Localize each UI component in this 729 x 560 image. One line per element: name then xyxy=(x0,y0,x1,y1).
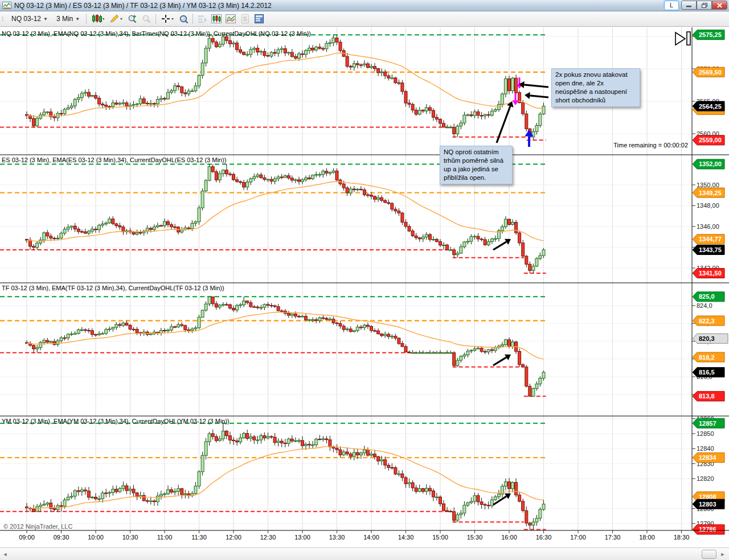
price-badge-label: 1341,50 xyxy=(699,270,722,277)
price-badge-label: 12834 xyxy=(699,454,716,461)
axis-tick-label: 12820 xyxy=(697,475,714,482)
axis-tick-label: 12850 xyxy=(697,430,714,437)
horizontal-scrollbar[interactable]: ◄ ► xyxy=(0,547,729,560)
price-badge-label: 12857 xyxy=(699,420,716,427)
time-label: 15:00 xyxy=(432,534,448,541)
ema-line xyxy=(27,53,544,116)
crosshair-icon xyxy=(161,14,174,23)
annotation-note[interactable]: 2x pokus znovu atakovat open dne, ale 2x… xyxy=(551,68,640,107)
time-label: 17:30 xyxy=(605,534,621,541)
chart-style-icon xyxy=(92,14,104,23)
price-badge-label: 813,8 xyxy=(699,393,715,400)
bar-timer-text: Time remaining = 00:00:02 xyxy=(613,142,688,149)
pencil-icon xyxy=(110,14,122,23)
axis-tick-label: 1346,00 xyxy=(697,223,719,230)
instrument-label: NQ 03-12 xyxy=(11,15,41,23)
minimize-button[interactable] xyxy=(681,1,697,10)
toolbar-grip-icon[interactable]: ⁞ xyxy=(2,17,5,21)
axis-tick-label: 1350,00 xyxy=(697,182,719,188)
price-badge-label: 1344,77 xyxy=(699,236,722,242)
panel-indicator-label: TF 03-12 (3 Min), EMA(TF 03-12 (3 Min),3… xyxy=(2,285,224,291)
instrument-selector[interactable]: NQ 03-12 ▼ xyxy=(7,13,52,25)
window-title: NQ 03-12 (3 Min) / ES 03-12 (3 Min) / TF… xyxy=(14,2,272,10)
properties-panel-icon xyxy=(255,14,264,23)
candlestick-series xyxy=(26,423,546,530)
period-selector[interactable]: 3 Min ▼ xyxy=(52,13,84,25)
chevron-down-icon: ▼ xyxy=(43,17,48,22)
indicator-chart-icon xyxy=(226,14,236,23)
indicator-panel-button[interactable] xyxy=(224,13,237,25)
price-badge-label: 2564,25 xyxy=(699,103,722,110)
time-label: 14:30 xyxy=(398,534,414,541)
title-bar: NQ 03-12 (3 Min) / ES 03-12 (3 Min) / TF… xyxy=(0,0,729,11)
time-label: 09:30 xyxy=(54,534,69,541)
drawn-arrow[interactable] xyxy=(493,355,511,365)
zoom-in-button[interactable] xyxy=(125,13,139,25)
ema-line xyxy=(27,312,544,360)
panel-indicator-label: NQ 03-12 (3 Min), EMA(NQ 03-12 (3 Min),3… xyxy=(2,30,311,37)
time-label: 09:00 xyxy=(19,534,35,541)
time-label: 18:00 xyxy=(639,534,655,541)
toolbar-separator xyxy=(86,14,87,24)
panel-es: ES 03-12 (3 Min), EMA(ES 03-12 (3 Min),3… xyxy=(0,157,724,278)
time-label: 18:30 xyxy=(674,534,690,541)
price-badge-label: 2559,00 xyxy=(699,137,722,143)
chart-style-button[interactable] xyxy=(89,13,107,25)
zoom-out-button[interactable] xyxy=(140,13,153,25)
toolbar: ⁞ NQ 03-12 ▼ 3 Min ▼ xyxy=(0,11,729,27)
axis-tick-label: 12840 xyxy=(697,445,714,452)
app-icon xyxy=(2,2,11,9)
price-badge-label: 12786 xyxy=(699,526,716,533)
drawn-arrow[interactable] xyxy=(525,92,548,99)
time-label: 11:00 xyxy=(157,534,173,541)
link-button[interactable]: L xyxy=(664,1,679,10)
minimize-icon xyxy=(686,3,691,7)
strategies-button[interactable]: S xyxy=(238,13,252,25)
price-badge-label: 820,3 xyxy=(699,335,715,342)
jump-to-latest-icon[interactable] xyxy=(675,32,690,45)
strategy-document-icon: S xyxy=(241,14,249,23)
price-badge-label: 1343,75 xyxy=(699,246,722,253)
close-button[interactable] xyxy=(712,1,727,10)
chart-trader-button[interactable] xyxy=(195,13,209,25)
drawn-arrow[interactable] xyxy=(519,81,548,88)
magnifier-icon xyxy=(179,14,189,24)
restore-button[interactable] xyxy=(697,1,712,10)
candlestick-series xyxy=(26,35,546,140)
scroll-right-button[interactable]: ► xyxy=(719,550,727,559)
axis-tick-label: 824,0 xyxy=(697,302,712,309)
time-label: 12:00 xyxy=(226,534,241,541)
bars-panel-icon xyxy=(211,14,222,23)
crosshair-button[interactable] xyxy=(158,13,176,25)
drawing-tools-button[interactable] xyxy=(107,13,125,25)
axis-tick-label: 1348,00 xyxy=(697,202,719,209)
scrollbar-thumb[interactable] xyxy=(702,550,716,559)
ema-line xyxy=(27,182,544,241)
ema-line xyxy=(27,447,544,509)
drawn-arrow[interactable] xyxy=(512,93,518,105)
chart-area[interactable]: NQ 03-12 (3 Min), EMA(NQ 03-12 (3 Min),3… xyxy=(0,27,729,547)
time-label: 16:00 xyxy=(501,534,517,541)
zoom-out-icon xyxy=(142,14,151,24)
time-label: 13:00 xyxy=(294,534,310,541)
annotation-note[interactable]: NQ oproti ostatním trhům poměrně silná u… xyxy=(440,146,513,184)
price-badge-label: 1349,25 xyxy=(699,190,722,196)
period-label: 3 Min xyxy=(56,15,73,23)
chevron-down-icon: ▼ xyxy=(75,17,80,22)
chart-properties-button[interactable] xyxy=(252,13,266,25)
panel-indicator-label: ES 03-12 (3 Min), EMA(ES 03-12 (3 Min),3… xyxy=(2,157,226,163)
data-box-button[interactable] xyxy=(177,13,190,25)
ninjatrader-chart-window: NQ 03-12 (3 Min) / ES 03-12 (3 Min) / TF… xyxy=(0,0,729,560)
bar-type-button[interactable] xyxy=(210,13,223,25)
time-label: 12:30 xyxy=(260,534,276,541)
panel-ym: YM 03-12 (3 Min), EMA(YM 03-12 (3 Min),3… xyxy=(0,415,724,534)
scroll-left-button[interactable]: ◄ xyxy=(1,550,9,559)
close-icon xyxy=(717,3,722,8)
price-badge-label: 816,5 xyxy=(699,369,715,376)
time-label: 15:30 xyxy=(467,534,483,541)
time-label: 16:30 xyxy=(536,534,552,541)
zoom-in-icon xyxy=(128,14,137,24)
drawn-arrow[interactable] xyxy=(493,239,511,250)
price-badge-label: 818,2 xyxy=(699,354,715,361)
toolbar-separator xyxy=(193,14,193,24)
